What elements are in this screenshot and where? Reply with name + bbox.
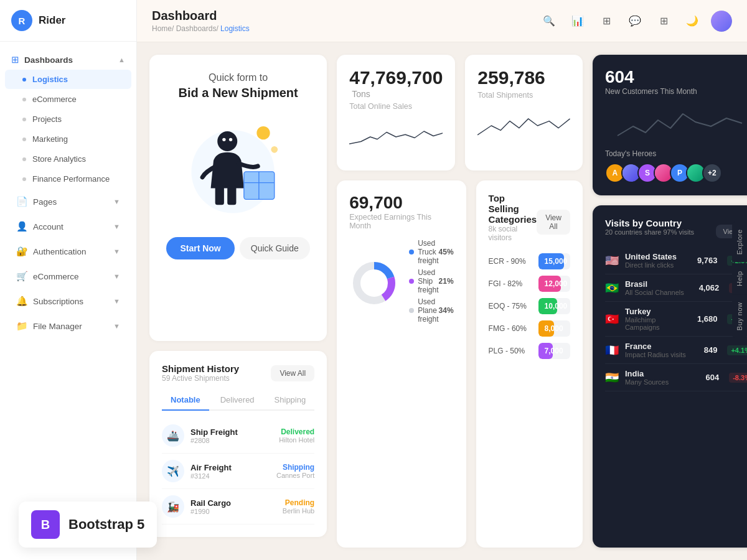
shipments-chart — [477, 107, 570, 144]
chat-icon[interactable]: 💬 — [625, 11, 645, 31]
account-icon: 👤 — [16, 221, 28, 232]
sidebar-item-label: Store Analytics — [32, 154, 86, 164]
top-selling-view-all[interactable]: View All — [537, 210, 570, 235]
explore-tab[interactable]: Explore — [732, 222, 747, 262]
tab-notable[interactable]: Notable — [162, 390, 209, 411]
dashboard-body: Quick form to Bid a New Shipment — [137, 42, 747, 560]
customers-number: 604 — [605, 67, 747, 87]
grid-icon[interactable]: ⊞ — [596, 11, 616, 31]
vbc-title: Visits by Country — [605, 218, 694, 228]
dashboards-label: Dashboards — [24, 55, 73, 65]
list-item: ECR - 90% 15,000 — [489, 253, 570, 269]
sidebar-item-logistics[interactable]: Logistics — [5, 70, 131, 89]
dot-icon — [22, 138, 26, 141]
country-info: France Impact Radius visits — [625, 342, 698, 358]
user-avatar[interactable] — [711, 11, 732, 32]
country-name: United States — [625, 252, 691, 261]
svg-point-9 — [222, 138, 225, 141]
shipment-history-view-all[interactable]: View All — [271, 365, 314, 381]
svg-point-3 — [217, 131, 237, 151]
bid-actions: Start Now Quick Guide — [166, 225, 309, 259]
bar-label: FMG - 60% — [489, 324, 532, 333]
top-selling-header: Top Selling Categories 8k social visitor… — [489, 193, 570, 251]
shipment-place: Hilton Hotel — [279, 436, 314, 444]
shipment-place: Cannes Port — [276, 472, 314, 479]
bar-fill: 8,000 — [538, 320, 555, 337]
search-icon[interactable]: 🔍 — [539, 11, 559, 31]
subscriptions-label: Subscriptions — [33, 297, 83, 306]
dot-icon — [22, 118, 26, 121]
dot-icon — [22, 177, 26, 181]
shipment-name: Rail Cargo — [190, 498, 276, 508]
breadcrumb-home[interactable]: Home/ — [152, 24, 174, 33]
customers-card: 604 New Customers This Month Today's Her… — [593, 55, 747, 195]
list-item: 🇺🇸 United States Direct link clicks 9,76… — [605, 247, 747, 274]
shipment-name: Air Freight — [190, 463, 270, 472]
quick-guide-button[interactable]: Quick Guide — [240, 237, 310, 259]
header-actions: 🔍 📊 ⊞ 💬 ⊞ 🌙 — [539, 11, 732, 32]
sidebar-ecommerce-top[interactable]: 🛒 eCommerce ▼ — [5, 264, 131, 288]
pages-label: Pages — [33, 197, 57, 207]
help-tab[interactable]: Help — [732, 263, 747, 294]
country-flag: 🇧🇷 — [605, 281, 619, 295]
country-info: United States Direct link clicks — [625, 252, 691, 269]
tab-shipping[interactable]: Shipping — [266, 390, 315, 411]
dot-icon — [22, 78, 26, 82]
stat-label: Total Shipments — [477, 91, 570, 100]
list-item: 🇫🇷 France Impact Radius visits 849 +4.1% — [605, 337, 747, 364]
sidebar-authentication[interactable]: 🔐 Authentication ▼ — [5, 240, 131, 263]
sidebar-item-finance[interactable]: Finance Performance — [5, 169, 131, 189]
sidebar-item-projects[interactable]: Projects — [5, 110, 131, 129]
total-shipments-card: 259,786 Total Shipments — [465, 55, 583, 170]
dashboards-icon: ⊞ — [11, 54, 19, 65]
sidebar-account[interactable]: 👤 Account ▼ — [5, 215, 131, 238]
table-row: 🚢 Ship Freight #2808 Delivered Hilton Ho… — [162, 418, 314, 454]
bar-label: EOQ - 75% — [489, 302, 532, 310]
buy-now-tab[interactable]: Buy now — [732, 295, 747, 338]
subscriptions-icon: 🔔 — [16, 296, 28, 307]
bar-label: PLG - 50% — [489, 347, 532, 355]
main-content: Dashboard Home/ Dashboards/ Logistics 🔍 … — [137, 0, 747, 560]
earnings-card: 69,700 Expected Earnings This Month — [337, 180, 466, 548]
list-item: 🇹🇷 Turkey Mailchimp Campaigns 1,680 +0.2… — [605, 302, 747, 337]
dashboards-section[interactable]: ⊞ Dashboards ▲ — [0, 48, 136, 69]
theme-toggle[interactable]: 🌙 — [682, 11, 702, 31]
sidebar-item-marketing[interactable]: Marketing — [5, 129, 131, 149]
bar-value: 7,000 — [545, 347, 563, 355]
account-label: Account — [33, 222, 63, 231]
logo[interactable]: R Rider — [0, 0, 136, 42]
shipment-icon: 🚂 — [162, 495, 184, 518]
chevron-down-icon: ▼ — [113, 198, 120, 205]
sidebar-subscriptions[interactable]: 🔔 Subscriptions ▼ — [5, 289, 131, 313]
auth-label: Authentication — [33, 247, 87, 256]
apps-icon[interactable]: ⊞ — [654, 11, 674, 31]
sidebar-file-manager[interactable]: 📁 File Manager ▼ — [5, 314, 131, 338]
tab-delivered[interactable]: Delivered — [212, 390, 263, 411]
bar-value: 10,000 — [545, 302, 568, 310]
sidebar-item-ecommerce[interactable]: eCommerce — [5, 90, 131, 109]
country-source: Impact Radius visits — [625, 351, 698, 358]
top-selling-subtitle: 8k social visitors — [489, 225, 537, 242]
freight-list: Used Truck freight 45% Used Ship freight… — [409, 239, 453, 327]
sidebar-item-store-analytics[interactable]: Store Analytics — [5, 149, 131, 169]
bar-track: 8,000 — [538, 320, 570, 337]
bid-title: Quick form to — [209, 72, 268, 83]
country-flag: 🇹🇷 — [605, 312, 619, 326]
list-item: FGI - 82% 12,000 — [489, 276, 570, 292]
start-now-button[interactable]: Start Now — [166, 237, 234, 259]
bottom-stats-row: 69,700 Expected Earnings This Month — [337, 180, 583, 548]
bar-fill: 12,000 — [538, 276, 561, 292]
analytics-icon[interactable]: 📊 — [568, 11, 588, 31]
stat-number: 47,769,700 Tons — [349, 67, 443, 100]
country-name: France — [625, 342, 698, 351]
trend-badge: +4.1% — [727, 345, 747, 355]
list-item: 🇧🇷 Brasil All Social Channels 4,062 -0.4… — [605, 274, 747, 302]
header-title-section: Dashboard Home/ Dashboards/ Logistics — [152, 9, 250, 33]
customers-label: New Customers This Month — [605, 87, 747, 96]
auth-icon: 🔐 — [16, 246, 28, 257]
file-manager-icon: 📁 — [16, 320, 28, 332]
ecommerce-label: eCommerce — [33, 272, 79, 281]
shipment-history-tabs: Notable Delivered Shipping — [162, 390, 314, 411]
sidebar-pages[interactable]: 📄 Pages ▼ — [5, 190, 131, 213]
breadcrumb-dashboards[interactable]: Dashboards/ — [176, 24, 218, 33]
